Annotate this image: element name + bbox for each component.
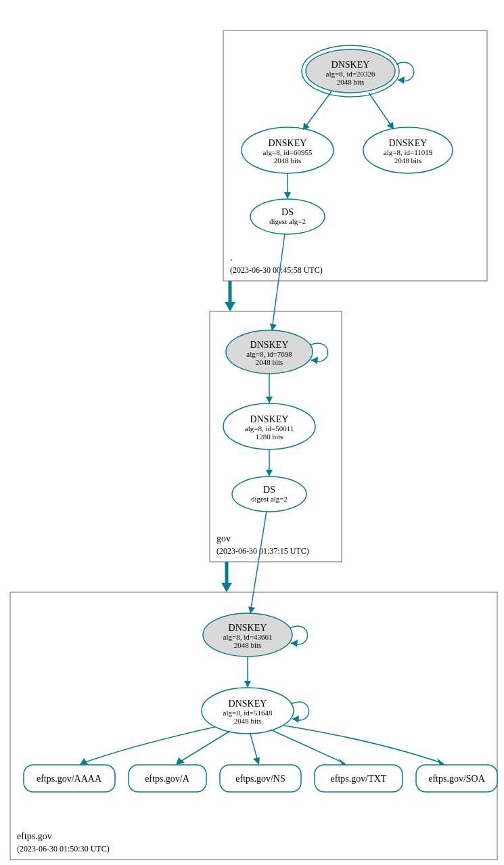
node-eftps-a: eftps.gov/A bbox=[129, 765, 206, 792]
node-gov-ksk-l2: alg=8, id=7698 bbox=[246, 350, 292, 358]
svg-marker-15 bbox=[266, 397, 273, 403]
node-eftps-ksk-l3: 2048 bits bbox=[234, 641, 262, 649]
node-eftps-soa: eftps.gov/SOA bbox=[416, 765, 497, 792]
node-gov-ksk-l3: 2048 bits bbox=[256, 358, 283, 366]
node-eftps-aaaa-label: eftps.gov/AAAA bbox=[37, 774, 102, 784]
dnssec-diagram: . (2023-06-30 00:45:58 UTC) DNSKEY alg=8… bbox=[0, 0, 504, 865]
node-eftps-ns-label: eftps.gov/NS bbox=[235, 774, 285, 784]
node-root-zsk2-title: DNSKEY bbox=[389, 138, 428, 148]
zone-gov-timestamp: (2023-06-30 01:37:15 UTC) bbox=[216, 546, 309, 556]
node-eftps-zsk-l2: alg=8, id=51648 bbox=[223, 709, 273, 717]
node-root-ds-l2: digest alg=2 bbox=[269, 217, 306, 225]
node-eftps-aaaa: eftps.gov/AAAA bbox=[24, 765, 115, 792]
svg-marker-2 bbox=[398, 76, 405, 84]
node-gov-zsk-l3: 1280 bits bbox=[256, 432, 283, 441]
node-eftps-ksk-l2: alg=8, id=43661 bbox=[223, 633, 273, 641]
node-gov-ds: DS digest alg=2 bbox=[232, 476, 306, 512]
node-eftps-ksk: DNSKEY alg=8, id=43661 2048 bits bbox=[203, 613, 292, 657]
node-root-zsk1-l3: 2048 bits bbox=[274, 156, 302, 164]
svg-marker-23 bbox=[244, 681, 251, 688]
node-root-ksk-title: DNSKEY bbox=[331, 60, 370, 70]
node-root-ksk-l3: 2048 bits bbox=[337, 78, 365, 86]
node-gov-zsk-l2: alg=8, id=50011 bbox=[245, 424, 294, 432]
node-gov-zsk: DNSKEY alg=8, id=50011 1280 bits bbox=[223, 403, 315, 449]
svg-marker-18 bbox=[291, 640, 298, 647]
svg-marker-8 bbox=[284, 192, 291, 199]
node-root-zsk1-l2: alg=8, id=60955 bbox=[263, 148, 313, 156]
svg-marker-22 bbox=[221, 583, 232, 592]
zone-eftps-timestamp: (2023-06-30 01:50:30 UTC) bbox=[17, 844, 110, 853]
node-gov-ksk: DNSKEY alg=8, id=7698 2048 bits bbox=[226, 330, 313, 374]
zone-eftps-label: eftps.gov bbox=[17, 831, 52, 841]
node-eftps-txt-label: eftps.gov/TXT bbox=[331, 774, 387, 784]
edge-zsk-a bbox=[177, 731, 230, 763]
node-gov-ds-l2: digest alg=2 bbox=[251, 495, 288, 503]
node-gov-ds-title: DS bbox=[263, 485, 275, 495]
node-eftps-zsk-title: DNSKEY bbox=[229, 698, 267, 709]
node-eftps-txt: eftps.gov/TXT bbox=[315, 765, 403, 792]
node-eftps-soa-label: eftps.gov/SOA bbox=[428, 774, 486, 784]
svg-marker-7 bbox=[387, 122, 394, 129]
node-eftps-zsk: DNSKEY alg=8, id=51648 2048 bits bbox=[202, 688, 294, 734]
node-eftps-ns: eftps.gov/NS bbox=[220, 765, 301, 792]
zone-gov-label: gov bbox=[216, 533, 231, 544]
node-root-zsk2: DNSKEY alg=8, id=11019 2048 bits bbox=[363, 127, 453, 173]
node-root-ds-title: DS bbox=[281, 207, 294, 217]
edge-zsk-soa bbox=[284, 726, 443, 763]
node-root-ds: DS digest alg=2 bbox=[250, 199, 325, 234]
node-root-zsk2-l2: alg=8, id=11019 bbox=[384, 148, 433, 156]
svg-marker-20 bbox=[292, 715, 299, 723]
edge-rootds-govksk bbox=[272, 234, 285, 330]
node-root-zsk1-title: DNSKEY bbox=[269, 138, 307, 148]
node-eftps-a-label: eftps.gov/A bbox=[145, 774, 190, 784]
node-eftps-ksk-title: DNSKEY bbox=[229, 623, 267, 633]
edge-root-ksk-zsk1 bbox=[303, 91, 331, 130]
edge-root-ksk-zsk2 bbox=[369, 93, 394, 129]
node-root-zsk2-l3: 2048 bits bbox=[394, 156, 422, 164]
zone-root-timestamp: (2023-06-30 00:45:58 UTC) bbox=[230, 265, 323, 275]
node-root-zsk1: DNSKEY alg=8, id=60955 2048 bits bbox=[242, 127, 334, 173]
edge-zsk-aaaa bbox=[81, 727, 215, 763]
svg-marker-31 bbox=[253, 757, 260, 765]
node-root-ksk-l2: alg=8, id=20326 bbox=[326, 70, 375, 78]
node-gov-zsk-title: DNSKEY bbox=[250, 414, 289, 424]
node-eftps-zsk-l3: 2048 bits bbox=[234, 717, 262, 725]
node-gov-ksk-title: DNSKEY bbox=[250, 340, 289, 350]
svg-marker-10 bbox=[311, 357, 318, 364]
svg-marker-30 bbox=[176, 757, 185, 765]
node-root-ksk: DNSKEY alg=8, id=20326 2048 bits bbox=[302, 45, 399, 97]
svg-marker-16 bbox=[266, 470, 273, 476]
zone-root-label: . bbox=[230, 252, 233, 263]
svg-marker-14 bbox=[225, 302, 235, 311]
